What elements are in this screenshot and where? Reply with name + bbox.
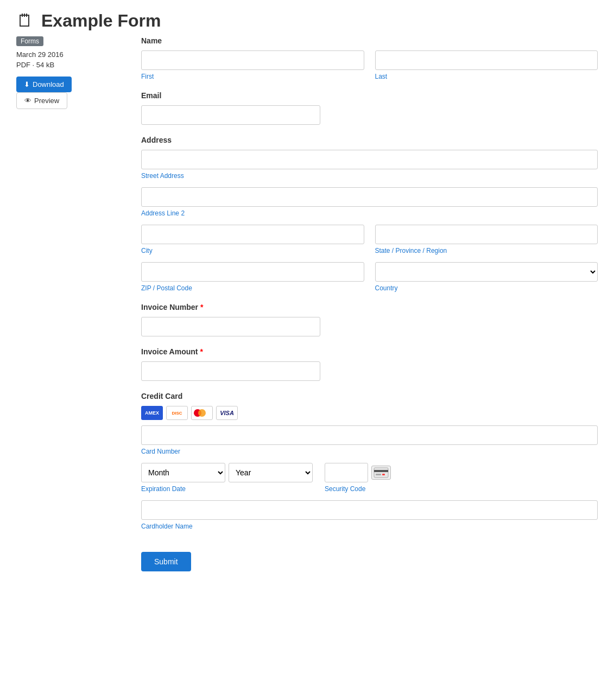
invoice-number-label: Invoice Number * <box>141 303 598 311</box>
invoice-amount-input[interactable] <box>141 361 320 381</box>
page-header: 🗒 Example Form <box>16 11 598 31</box>
email-col <box>141 105 598 125</box>
invoice-number-section: Invoice Number * <box>141 303 598 336</box>
invoice-amount-section: Invoice Amount * <box>141 347 598 381</box>
country-col: United States Canada United Kingdom Coun… <box>375 262 598 292</box>
zip-col: ZIP / Postal Code <box>141 262 364 292</box>
download-button[interactable]: ⬇ Download <box>16 77 72 92</box>
sidebar-actions: ⬇ Download 👁 Preview <box>16 77 125 109</box>
required-star-invoice-num: * <box>200 303 203 311</box>
country-select[interactable]: United States Canada United Kingdom <box>375 262 598 282</box>
page-title: Example Form <box>41 11 161 31</box>
svg-rect-1 <box>374 470 388 472</box>
security-group: Security Code <box>325 463 391 493</box>
street-input[interactable] <box>141 150 598 169</box>
cvv-card-icon <box>371 466 391 480</box>
zip-sublabel: ZIP / Postal Code <box>141 284 364 292</box>
state-input[interactable] <box>375 225 598 244</box>
address2-input[interactable] <box>141 187 598 207</box>
cardholder-name-input[interactable] <box>141 500 598 520</box>
name-section: Name First Last <box>141 36 598 80</box>
card-icons: AMEX DISC VISA <box>141 406 598 420</box>
first-sublabel: First <box>141 73 364 80</box>
invoice-number-col <box>141 317 598 336</box>
card-number-col: Card Number <box>141 425 598 455</box>
eye-icon: 👁 <box>24 97 31 105</box>
last-sublabel: Last <box>375 73 598 80</box>
invoice-amount-label: Invoice Amount * <box>141 347 598 356</box>
credit-card-section: Credit Card AMEX DISC VISA Card Number <box>141 392 598 530</box>
expiry-sublabel: Expiration Date <box>141 485 313 493</box>
address2-col: Address Line 2 <box>141 187 598 217</box>
mastercard-icon <box>191 406 213 420</box>
address-label: Address <box>141 136 598 144</box>
first-name-col: First <box>141 50 364 80</box>
first-name-input[interactable] <box>141 50 364 70</box>
street-sublabel: Street Address <box>141 172 598 180</box>
submit-section: Submit <box>141 541 598 571</box>
cardholder-sublabel: Cardholder Name <box>141 523 598 530</box>
country-sublabel: Country <box>375 284 598 292</box>
amex-icon: AMEX <box>141 406 163 420</box>
security-code-sublabel: Security Code <box>325 485 391 493</box>
submit-button[interactable]: Submit <box>141 552 191 571</box>
zip-input[interactable] <box>141 262 364 282</box>
last-name-input[interactable] <box>375 50 598 70</box>
invoice-amount-col <box>141 361 598 381</box>
forms-badge: Forms <box>16 36 43 46</box>
card-number-sublabel: Card Number <box>141 448 598 455</box>
expiry-group: Month JanuaryFebruaryMarch AprilMayJune … <box>141 463 313 493</box>
address2-sublabel: Address Line 2 <box>141 209 598 217</box>
last-name-col: Last <box>375 50 598 80</box>
name-label: Name <box>141 36 598 45</box>
form-area: Name First Last Email Address <box>141 36 598 571</box>
city-col: City <box>141 225 364 254</box>
sidebar: Forms March 29 2016 PDF · 54 kB ⬇ Downlo… <box>16 36 125 571</box>
main-layout: Forms March 29 2016 PDF · 54 kB ⬇ Downlo… <box>16 36 598 571</box>
sidebar-meta: PDF · 54 kB <box>16 61 125 69</box>
download-icon: ⬇ <box>24 80 30 88</box>
cardholder-col: Cardholder Name <box>141 500 598 530</box>
discover-icon: DISC <box>166 406 188 420</box>
city-state-row: City State / Province / Region <box>141 225 598 254</box>
sidebar-date: March 29 2016 <box>16 50 125 59</box>
document-icon: 🗒 <box>16 11 34 31</box>
zip-country-row: ZIP / Postal Code United States Canada U… <box>141 262 598 292</box>
credit-card-label: Credit Card <box>141 392 598 400</box>
expiry-security-row: Month JanuaryFebruaryMarch AprilMayJune … <box>141 463 598 493</box>
address-section: Address Street Address Address Line 2 Ci… <box>141 136 598 292</box>
state-col: State / Province / Region <box>375 225 598 254</box>
svg-rect-0 <box>374 468 388 478</box>
email-input[interactable] <box>141 105 320 125</box>
preview-button[interactable]: 👁 Preview <box>16 92 67 109</box>
svg-rect-3 <box>382 474 385 475</box>
required-star-invoice-amt: * <box>200 347 202 356</box>
invoice-number-input[interactable] <box>141 317 320 336</box>
city-sublabel: City <box>141 247 364 254</box>
security-input-row <box>325 463 391 482</box>
svg-rect-2 <box>376 474 381 475</box>
card-number-input[interactable] <box>141 425 598 445</box>
email-label: Email <box>141 91 598 100</box>
visa-icon: VISA <box>216 406 238 420</box>
name-row: First Last <box>141 50 598 80</box>
state-sublabel: State / Province / Region <box>375 247 598 254</box>
year-select[interactable]: Year 201620172018 201920202021 202220232… <box>229 463 313 482</box>
email-section: Email <box>141 91 598 125</box>
security-code-input[interactable] <box>325 463 368 482</box>
city-input[interactable] <box>141 225 364 244</box>
street-col: Street Address <box>141 150 598 180</box>
month-select[interactable]: Month JanuaryFebruaryMarch AprilMayJune … <box>141 463 225 482</box>
expiry-selects: Month JanuaryFebruaryMarch AprilMayJune … <box>141 463 313 482</box>
